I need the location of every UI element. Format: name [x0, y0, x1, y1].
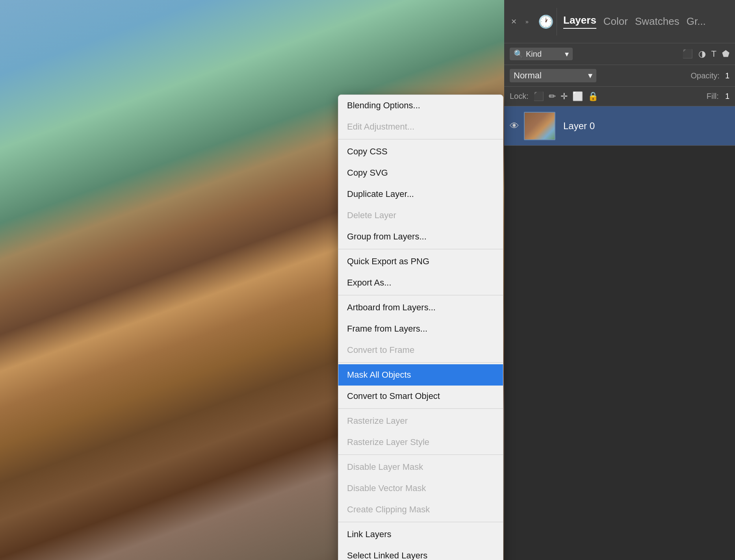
shape-filter-icon[interactable]: ⬟ — [722, 49, 729, 59]
separator-after-rasterize-layer-style — [338, 454, 503, 455]
ctx-item-frame-from-layers[interactable]: Frame from Layers... — [338, 318, 503, 339]
close-icon[interactable]: ✕ — [508, 16, 519, 27]
layer-name[interactable]: Layer 0 — [563, 121, 595, 132]
layers-tab[interactable]: Layers — [563, 14, 596, 29]
layers-panel: ✕ » 🕐 Layers Color Swatches Gr... 🔍 Kind… — [504, 0, 735, 560]
ctx-item-rasterize-layer: Rasterize Layer — [338, 410, 503, 432]
separator-after-export-as — [338, 295, 503, 295]
pixel-filter-icon[interactable]: ⬛ — [682, 49, 693, 59]
ctx-item-disable-layer-mask: Disable Layer Mask — [338, 456, 503, 478]
opacity-value[interactable]: 1 — [725, 71, 729, 80]
ctx-item-quick-export-png[interactable]: Quick Export as PNG — [338, 251, 503, 272]
ctx-item-disable-vector-mask: Disable Vector Mask — [338, 478, 503, 499]
kind-filter-row: 🔍 Kind ▾ ⬛ ◑ T ⬟ — [504, 43, 735, 65]
blend-mode-value: Normal — [514, 70, 542, 81]
ctx-item-select-linked-layers[interactable]: Select Linked Layers — [338, 545, 503, 560]
layer-thumbnail — [524, 112, 555, 140]
opacity-label: Opacity: — [691, 71, 720, 80]
layer-visibility-icon[interactable]: 👁 — [510, 121, 519, 132]
kind-label: Kind — [526, 50, 542, 59]
ctx-item-edit-adjustment: Edit Adjustment... — [338, 116, 503, 137]
ctx-item-create-clipping-mask: Create Clipping Mask — [338, 499, 503, 520]
more-icon[interactable]: » — [522, 16, 533, 27]
lock-row: Lock: ⬛ ✏ ✛ ⬜ 🔒 Fill: 1 — [504, 87, 735, 106]
lock-icons: ⬛ ✏ ✛ ⬜ 🔒 — [533, 91, 598, 102]
chevron-down-icon: ▾ — [588, 70, 592, 81]
ctx-item-copy-css[interactable]: Copy CSS — [338, 141, 503, 162]
ctx-item-copy-svg[interactable]: Copy SVG — [338, 162, 503, 184]
separator-after-convert-to-smart-object — [338, 408, 503, 409]
ctx-item-delete-layer: Delete Layer — [338, 205, 503, 226]
separator-after-convert-to-frame — [338, 362, 503, 363]
color-tab[interactable]: Color — [603, 15, 628, 28]
lock-label: Lock: — [510, 92, 529, 101]
ctx-item-blending-options[interactable]: Blending Options... — [338, 95, 503, 116]
ctx-item-duplicate-layer[interactable]: Duplicate Layer... — [338, 184, 503, 205]
search-icon: 🔍 — [514, 49, 523, 59]
lock-all-icon[interactable]: 🔒 — [588, 91, 598, 102]
lock-position-icon[interactable]: ✛ — [561, 91, 568, 102]
swatches-tab[interactable]: Swatches — [635, 15, 679, 28]
layer-row[interactable]: 👁 Layer 0 — [504, 106, 735, 146]
context-menu: Blending Options...Edit Adjustment...Cop… — [338, 95, 503, 560]
lock-image-icon[interactable]: ✏ — [549, 91, 556, 102]
adjustment-filter-icon[interactable]: ◑ — [698, 49, 706, 59]
separator-after-edit-adjustment — [338, 139, 503, 139]
gradients-tab[interactable]: Gr... — [687, 15, 706, 28]
blend-mode-dropdown[interactable]: Normal ▾ — [510, 69, 596, 82]
ctx-item-rasterize-layer-style: Rasterize Layer Style — [338, 432, 503, 453]
kind-filter-icons: ⬛ ◑ T ⬟ — [682, 49, 729, 59]
ctx-item-convert-to-frame: Convert to Frame — [338, 339, 503, 361]
ctx-item-convert-to-smart-object[interactable]: Convert to Smart Object — [338, 386, 503, 407]
type-filter-icon[interactable]: T — [711, 49, 716, 59]
kind-dropdown[interactable]: 🔍 Kind ▾ — [510, 48, 573, 60]
separator-after-group-from-layers — [338, 249, 503, 249]
lock-artboard-icon[interactable]: ⬜ — [572, 91, 583, 102]
fill-label: Fill: — [707, 92, 719, 101]
ctx-item-group-from-layers[interactable]: Group from Layers... — [338, 226, 503, 247]
ctx-item-link-layers[interactable]: Link Layers — [338, 524, 503, 545]
panel-tabs-bar: ✕ » 🕐 Layers Color Swatches Gr... — [504, 0, 735, 43]
blend-mode-row: Normal ▾ Opacity: 1 — [504, 65, 735, 87]
ctx-item-artboard-from-layers[interactable]: Artboard from Layers... — [338, 297, 503, 318]
ctx-item-export-as[interactable]: Export As... — [338, 272, 503, 293]
history-button[interactable]: 🕐 — [535, 8, 557, 35]
ctx-item-mask-all-objects[interactable]: Mask All Objects — [338, 364, 503, 386]
lock-transparent-icon[interactable]: ⬛ — [533, 91, 544, 102]
fill-value[interactable]: 1 — [725, 92, 729, 101]
chevron-down-icon: ▾ — [565, 49, 569, 59]
separator-after-create-clipping-mask — [338, 522, 503, 522]
